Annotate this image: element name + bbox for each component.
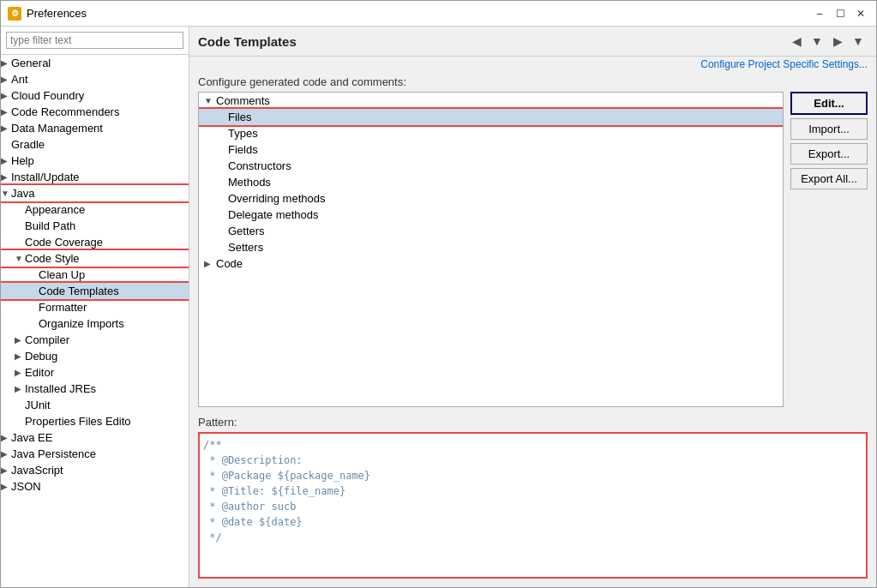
sidebar-item-label: Code Style <box>25 252 80 265</box>
panel-header: Code Templates ◀ ▼ ▶ ▼ <box>189 27 876 57</box>
sidebar-item-code-coverage[interactable]: Code Coverage <box>1 234 189 250</box>
sidebar-item-ant[interactable]: ▶ Ant <box>1 71 189 87</box>
minimize-button[interactable]: – <box>811 5 828 22</box>
sidebar-item-appearance[interactable]: Appearance <box>1 201 189 218</box>
tree-item-setters[interactable]: Setters <box>199 239 783 255</box>
configure-project-link[interactable]: Configure Project Specific Settings... <box>700 58 868 70</box>
expand-arrow: ▶ <box>1 172 11 182</box>
tree-item-label: Types <box>228 127 258 140</box>
sidebar-item-label: JavaScript <box>11 464 63 477</box>
sidebar-item-java[interactable]: ▼ Java <box>1 185 189 201</box>
sidebar-item-label: Code Coverage <box>25 236 103 249</box>
tree-item-constructors[interactable]: Constructors <box>199 158 783 174</box>
expand-arrow <box>15 205 25 214</box>
app-icon: ⚙ <box>8 7 21 21</box>
tree-item-label: Fields <box>228 143 258 156</box>
sidebar-item-junit[interactable]: JUnit <box>1 397 189 413</box>
expand-arrow <box>216 210 228 219</box>
sidebar-item-label: Help <box>11 154 34 167</box>
expand-arrow: ▶ <box>1 58 11 68</box>
expand-arrow: ▶ <box>1 465 11 475</box>
sidebar-item-code-style[interactable]: ▼ Code Style <box>1 250 189 267</box>
sidebar-item-label: Java <box>11 187 34 200</box>
tree-item-code[interactable]: ▶ Code <box>199 255 783 272</box>
sidebar-item-debug[interactable]: ▶ Debug <box>1 348 189 364</box>
expand-arrow <box>28 319 39 328</box>
sidebar-item-javascript[interactable]: ▶ JavaScript <box>1 462 189 478</box>
expand-arrow <box>216 194 228 203</box>
window-controls: – ☐ ✕ <box>811 5 869 22</box>
expand-arrow <box>28 270 39 279</box>
tree-item-methods[interactable]: Methods <box>199 174 783 190</box>
sidebar-item-label: Build Path <box>25 219 75 232</box>
tree-item-label: Overriding methods <box>228 192 325 205</box>
sidebar-item-label: Data Management <box>11 122 103 135</box>
sidebar-item-cloud-foundry[interactable]: ▶ Cloud Foundry <box>1 87 189 104</box>
back-button[interactable]: ◀ <box>787 32 806 51</box>
sidebar-item-label: Cloud Foundry <box>11 89 84 102</box>
sidebar-item-organize-imports[interactable]: Organize Imports <box>1 315 189 332</box>
tree-item-overriding-methods[interactable]: Overriding methods <box>199 190 783 207</box>
sidebar-item-compiler[interactable]: ▶ Compiler <box>1 332 189 348</box>
sidebar-item-gradle[interactable]: Gradle <box>1 136 189 153</box>
sidebar-item-label: Formatter <box>39 301 87 314</box>
filter-input[interactable] <box>6 32 183 49</box>
tree-item-types[interactable]: Types <box>199 125 783 141</box>
expand-arrow: ▶ <box>15 368 25 377</box>
pattern-section: Pattern: /** * @Description: * @Package … <box>189 416 876 587</box>
sidebar-item-formatter[interactable]: Formatter <box>1 299 189 315</box>
expand-arrow <box>216 243 228 252</box>
tree-item-label: Getters <box>228 225 265 237</box>
sidebar-item-properties-files-editor[interactable]: Properties Files Edito <box>1 413 189 429</box>
sidebar-item-java-persistence[interactable]: ▶ Java Persistence <box>1 446 189 462</box>
forward-dropdown-button[interactable]: ▼ <box>849 32 868 51</box>
expand-arrow <box>216 161 228 171</box>
expand-arrow <box>216 145 228 154</box>
configure-link: Configure Project Specific Settings... <box>189 57 876 72</box>
import-button[interactable]: Import... <box>790 118 868 140</box>
tree-item-label: Methods <box>228 176 271 189</box>
expand-arrow: ▶ <box>1 482 11 491</box>
maximize-button[interactable]: ☐ <box>832 5 849 22</box>
sidebar-item-code-templates[interactable]: Code Templates <box>1 283 189 299</box>
back-dropdown-button[interactable]: ▼ <box>808 32 826 51</box>
forward-button[interactable]: ▶ <box>828 32 847 51</box>
filter-box <box>1 27 189 55</box>
pattern-area: /** * @Description: * @Package ${package… <box>198 432 868 579</box>
sidebar-item-clean-up[interactable]: Clean Up <box>1 267 189 283</box>
title-bar: ⚙ Preferences – ☐ ✕ <box>1 1 876 27</box>
sidebar-item-installed-jres[interactable]: ▶ Installed JREs <box>1 381 189 397</box>
expand-arrow: ▶ <box>1 449 11 459</box>
sidebar-item-editor[interactable]: ▶ Editor <box>1 364 189 381</box>
sidebar-item-general[interactable]: ▶ General <box>1 55 189 71</box>
expand-arrow: ▼ <box>204 96 216 105</box>
code-template-tree: ▼ Comments Files Types <box>198 92 784 407</box>
export-button[interactable]: Export... <box>790 143 868 165</box>
expand-arrow: ▶ <box>1 107 11 117</box>
edit-button[interactable]: Edit... <box>790 92 868 115</box>
tree-item-delegate-methods[interactable]: Delegate methods <box>199 207 783 223</box>
sidebar-item-java-ee[interactable]: ▶ Java EE <box>1 429 189 446</box>
expand-arrow: ▶ <box>204 259 216 268</box>
export-all-button[interactable]: Export All... <box>790 168 868 189</box>
sidebar-item-json[interactable]: ▶ JSON <box>1 478 189 495</box>
sidebar-item-install-update[interactable]: ▶ Install/Update <box>1 169 189 185</box>
expand-arrow <box>1 140 11 149</box>
sidebar-item-label: Properties Files Edito <box>25 415 131 428</box>
sidebar-item-label: JSON <box>11 480 41 493</box>
tree-item-files[interactable]: Files <box>199 109 783 125</box>
sidebar-item-help[interactable]: ▶ Help <box>1 153 189 169</box>
tree-item-getters[interactable]: Getters <box>199 223 783 239</box>
side-buttons: Edit... Import... Export... Export All..… <box>790 92 868 407</box>
tree-item-label: Constructors <box>228 159 291 172</box>
sidebar-item-data-management[interactable]: ▶ Data Management <box>1 120 189 136</box>
tree-item-label: Comments <box>216 94 270 107</box>
sidebar-item-label: Gradle <box>11 138 45 151</box>
tree-item-comments[interactable]: ▼ Comments <box>199 93 783 109</box>
sidebar-item-build-path[interactable]: Build Path <box>1 218 189 234</box>
sidebar-item-label: Install/Update <box>11 171 80 183</box>
tree-item-fields[interactable]: Fields <box>199 141 783 158</box>
close-button[interactable]: ✕ <box>852 5 869 22</box>
panel-title: Code Templates <box>198 34 297 49</box>
sidebar-item-code-recommenders[interactable]: ▶ Code Recommenders <box>1 104 189 120</box>
